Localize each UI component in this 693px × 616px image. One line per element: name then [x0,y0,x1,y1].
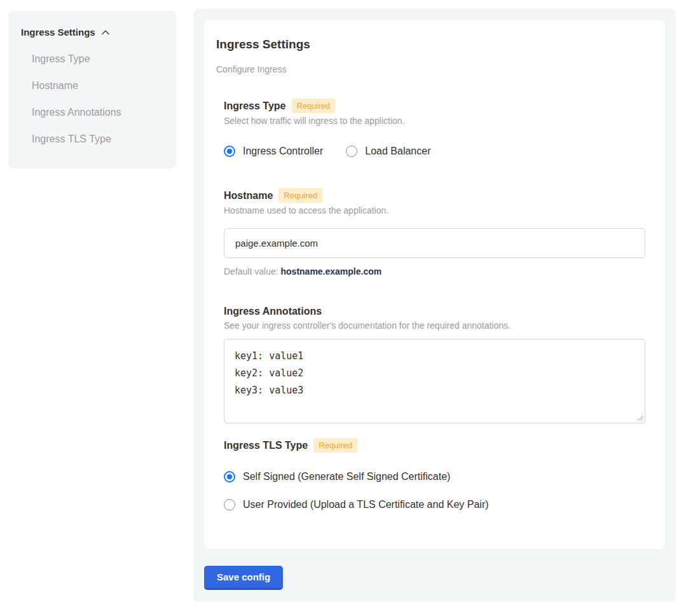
required-badge: Required [278,188,322,203]
page: Ingress Settings Ingress Type Hostname I… [0,0,693,602]
radio-button-icon[interactable] [224,471,235,483]
tls-type-options: Self Signed (Generate Self Signed Certif… [224,470,645,511]
sidebar-group-ingress-settings[interactable]: Ingress Settings [21,26,163,39]
sidebar-item-ingress-tls-type[interactable]: Ingress TLS Type [32,132,163,146]
config-panel: Ingress Settings Configure Ingress Ingre… [193,9,676,602]
save-config-button[interactable]: Save config [204,566,283,590]
hostname-help: Hostname used to access the application. [224,205,645,216]
config-groups: Ingress Type Required Select how traffic… [224,99,645,511]
radio-self-signed[interactable]: Self Signed (Generate Self Signed Certif… [224,470,645,483]
hostname-label-row: Hostname Required [224,188,645,203]
required-badge: Required [292,99,336,113]
radio-label: Load Balancer [365,145,430,158]
ingress-type-options: Ingress Controller Load Balancer [224,145,645,158]
ingress-type-label-row: Ingress Type Required [224,99,645,113]
radio-label: User Provided (Upload a TLS Certificate … [243,498,489,511]
radio-label: Self Signed (Generate Self Signed Certif… [243,470,450,483]
tls-type-label-row: Ingress TLS Type Required [224,438,645,453]
hostname-default-line: Default value: hostname.example.com [224,266,645,277]
tls-type-label: Ingress TLS Type [224,439,308,452]
annotations-help: See your ingress controller's documentat… [224,320,645,331]
group-hostname: Hostname Required Hostname used to acces… [224,188,645,277]
radio-ingress-controller[interactable]: Ingress Controller [224,145,323,158]
config-card: Ingress Settings Configure Ingress Ingre… [204,20,665,549]
annotations-textarea-wrap: key1: value1 key2: value2 key3: value3 [224,339,645,423]
group-ingress-type: Ingress Type Required Select how traffic… [224,99,645,158]
annotations-label: Ingress Annotations [224,305,322,318]
group-ingress-tls-type: Ingress TLS Type Required Self Signed (G… [224,438,645,511]
sidebar-item-hostname[interactable]: Hostname [32,79,163,93]
chevron-up-icon [100,27,111,38]
sidebar-item-ingress-type[interactable]: Ingress Type [32,52,163,66]
radio-load-balancer[interactable]: Load Balancer [346,145,430,158]
config-nav-sidebar: Ingress Settings Ingress Type Hostname I… [8,11,176,168]
annotations-label-row: Ingress Annotations [224,305,645,318]
hostname-label: Hostname [224,189,273,202]
default-value-text: hostname.example.com [281,266,382,277]
resize-handle-icon[interactable] [637,414,643,421]
sidebar-item-ingress-annotations[interactable]: Ingress Annotations [32,106,163,120]
radio-button-icon[interactable] [346,146,357,157]
ingress-type-label: Ingress Type [224,100,286,113]
ingress-type-help: Select how traffic will ingress to the a… [224,116,645,127]
card-subtitle: Configure Ingress [216,64,645,75]
radio-user-provided[interactable]: User Provided (Upload a TLS Certificate … [224,498,645,511]
sidebar-group-label: Ingress Settings [21,26,95,39]
radio-button-icon[interactable] [224,499,235,510]
card-title: Ingress Settings [216,37,645,52]
annotations-textarea[interactable]: key1: value1 key2: value2 key3: value3 [224,339,645,423]
radio-label: Ingress Controller [243,145,323,158]
group-ingress-annotations: Ingress Annotations See your ingress con… [224,305,645,423]
required-badge: Required [313,438,357,453]
hostname-input[interactable] [224,228,645,258]
radio-button-icon[interactable] [224,146,235,157]
default-value-prefix: Default value: [224,266,281,277]
